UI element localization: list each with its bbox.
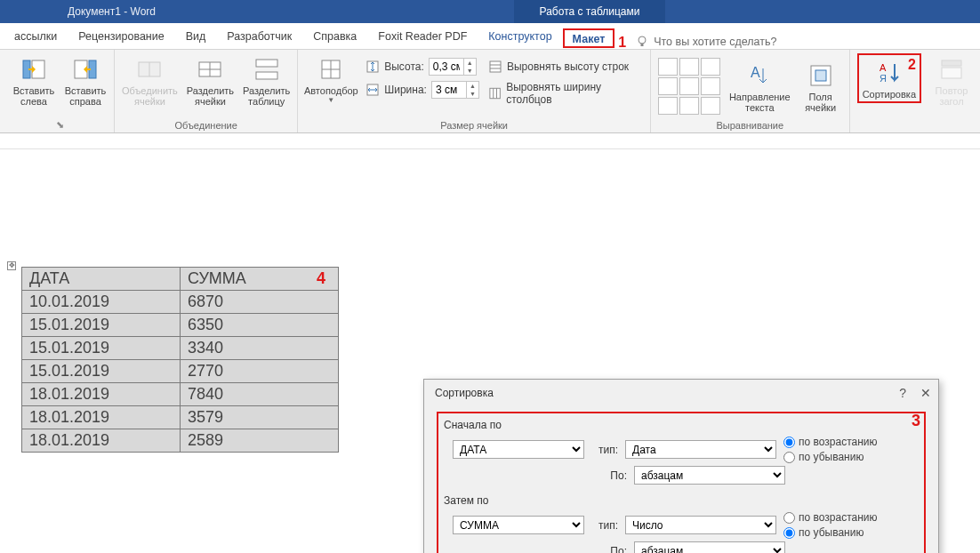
- tab-layout[interactable]: Макет: [563, 28, 615, 48]
- text-direction-label: Направление текста: [729, 92, 791, 113]
- tab-developer[interactable]: Разработчик: [216, 25, 302, 49]
- width-spinner[interactable]: ▲▼: [431, 81, 479, 99]
- context-tab-title: Работа с таблицами: [514, 0, 665, 23]
- alignment-grid[interactable]: [658, 58, 720, 115]
- table-cell[interactable]: 18.01.2019: [22, 429, 181, 453]
- help-button[interactable]: ?: [899, 386, 906, 400]
- width-input[interactable]: [432, 82, 466, 98]
- table-cell[interactable]: 3579: [181, 406, 339, 429]
- svg-text:A: A: [751, 65, 760, 80]
- annotation-4: 4: [317, 269, 325, 288]
- text-direction-button[interactable]: A Направление текста: [729, 60, 791, 113]
- merge-icon: [135, 55, 164, 84]
- height-input[interactable]: [430, 59, 463, 75]
- document-area: ✥ ДАТА СУММА 4 10.01.20196870 15.01.2019…: [0, 149, 980, 553]
- tab-foxit[interactable]: Foxit Reader PDF: [367, 25, 478, 49]
- merge-cells-button: Объединить ячейки: [122, 53, 178, 107]
- asc-label: по возрастанию: [799, 511, 878, 524]
- tell-me-text: Что вы хотите сделать?: [654, 36, 776, 48]
- table-cell[interactable]: 6350: [181, 314, 339, 337]
- svg-rect-18: [490, 61, 501, 72]
- spin-up-icon[interactable]: ▲: [467, 82, 478, 90]
- table-cell[interactable]: 15.01.2019: [22, 314, 181, 337]
- sort1-by-select[interactable]: абзацам: [634, 466, 785, 485]
- distribute-cols-icon: [488, 86, 502, 100]
- table-cell[interactable]: 2589: [181, 429, 339, 453]
- data-table[interactable]: ДАТА СУММА 4 10.01.20196870 15.01.201963…: [21, 267, 339, 453]
- close-button[interactable]: ✕: [920, 386, 931, 400]
- split-table-label: Разделить таблицу: [243, 85, 290, 107]
- desc-label: по убыванию: [799, 451, 864, 463]
- table-header-sum[interactable]: СУММА 4: [181, 268, 339, 291]
- insert-left-button[interactable]: Вставить слева: [12, 53, 55, 107]
- tab-review[interactable]: Рецензирование: [68, 25, 175, 49]
- sort2-by-label: По:: [600, 545, 627, 554]
- table-cell[interactable]: 6870: [181, 291, 339, 314]
- autofit-button[interactable]: Автоподбор ▼: [305, 53, 357, 104]
- sort-label: Сортировка: [863, 89, 916, 100]
- sort1-asc-radio[interactable]: по возрастанию: [783, 436, 878, 448]
- sort1-desc-radio[interactable]: по убыванию: [783, 451, 878, 463]
- group-merge-label: Объединение: [122, 118, 290, 131]
- distribute-rows-icon: [488, 60, 502, 74]
- split-cells-button[interactable]: Разделить ячейки: [187, 53, 234, 107]
- dialog-title: Сортировка: [435, 387, 494, 399]
- insert-right-button[interactable]: Вставить справа: [64, 53, 107, 107]
- dialog-titlebar[interactable]: Сортировка ? ✕: [424, 380, 938, 406]
- tab-mailings[interactable]: ассылки: [4, 25, 68, 49]
- table-cell[interactable]: 7840: [181, 383, 339, 406]
- sort2-desc-radio[interactable]: по убыванию: [783, 526, 878, 539]
- tab-help[interactable]: Справка: [302, 25, 367, 49]
- sort1-field-select[interactable]: ДАТА: [453, 440, 584, 459]
- ruler[interactable]: [0, 133, 980, 149]
- tell-me[interactable]: Что вы хотите сделать?: [635, 35, 776, 49]
- spin-down-icon[interactable]: ▼: [464, 67, 476, 75]
- sort-dialog: Сортировка ? ✕ 3 Сначала по ДАТА тип: Да…: [423, 379, 939, 553]
- sort1-by-label: По:: [600, 469, 627, 482]
- annotation-1: 1: [618, 35, 626, 51]
- svg-rect-29: [942, 60, 961, 66]
- insert-right-label: Вставить справа: [65, 85, 107, 107]
- width-label: Ширина:: [384, 84, 427, 96]
- autofit-icon: [317, 55, 345, 84]
- table-cell[interactable]: 2770: [181, 360, 339, 383]
- text-direction-icon: A: [745, 61, 774, 90]
- merge-label: Объединить ячейки: [122, 85, 178, 107]
- split-table-button[interactable]: Разделить таблицу: [243, 53, 290, 107]
- distribute-cols-button[interactable]: Выровнять ширину столбцов: [488, 84, 643, 103]
- distribute-rows-button[interactable]: Выровнять высоту строк: [488, 57, 643, 76]
- table-cell[interactable]: 10.01.2019: [22, 291, 181, 314]
- height-label: Высота:: [384, 60, 424, 73]
- sort1-type-label: тип:: [591, 444, 618, 456]
- titlebar: Документ1 - Word Работа с таблицами: [0, 0, 980, 23]
- repeat-header-label: Повтор загол: [936, 85, 968, 107]
- tab-view[interactable]: Вид: [175, 25, 217, 49]
- spin-up-icon[interactable]: ▲: [464, 59, 476, 67]
- sort-icon: АЯ: [875, 59, 904, 87]
- sort2-by-select[interactable]: абзацам: [634, 541, 785, 553]
- group-rows-cols-dialog[interactable]: ⬊: [12, 117, 107, 131]
- table-move-handle[interactable]: ✥: [7, 261, 16, 270]
- table-header-date[interactable]: ДАТА: [22, 268, 181, 291]
- window-title: Документ1 - Word: [68, 5, 156, 18]
- table-cell[interactable]: 18.01.2019: [22, 406, 181, 429]
- height-spinner[interactable]: ▲▼: [429, 58, 477, 76]
- sort2-field-select[interactable]: СУММА: [453, 516, 584, 534]
- table-cell[interactable]: 15.01.2019: [22, 337, 181, 360]
- sort2-type-select[interactable]: Число: [625, 516, 776, 534]
- table-cell[interactable]: 3340: [181, 337, 339, 360]
- spin-down-icon[interactable]: ▼: [467, 90, 478, 98]
- sort2-asc-radio[interactable]: по возрастанию: [783, 511, 878, 524]
- split-table-icon: [253, 55, 281, 84]
- height-icon: [365, 60, 380, 74]
- sort-by-legend: Сначала по: [444, 419, 502, 431]
- group-data-label: [857, 129, 973, 131]
- table-cell[interactable]: 15.01.2019: [22, 360, 181, 383]
- group-alignment-label: Выравнивание: [658, 118, 842, 131]
- sort1-type-select[interactable]: Дата: [625, 440, 776, 459]
- tab-design[interactable]: Конструктор: [478, 25, 562, 49]
- cell-margins-button[interactable]: Поля ячейки: [799, 60, 842, 113]
- svg-text:А: А: [880, 62, 887, 73]
- table-cell[interactable]: 18.01.2019: [22, 383, 181, 406]
- distribute-rows-label: Выровнять высоту строк: [507, 60, 629, 73]
